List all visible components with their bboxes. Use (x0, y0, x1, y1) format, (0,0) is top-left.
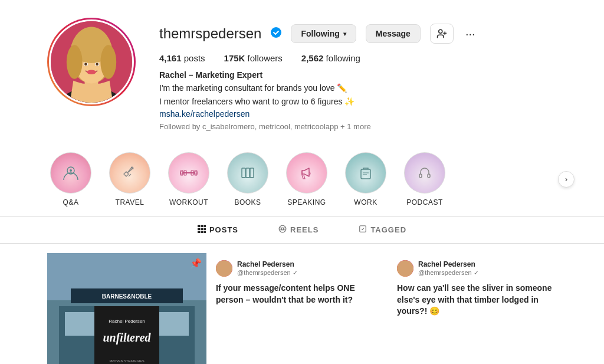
svg-rect-41 (198, 231, 200, 233)
following-button[interactable]: Following ▾ (291, 24, 356, 43)
svg-rect-42 (201, 231, 203, 233)
post-user-info-1: Rachel Pedersen @themrspedersen ✓ (237, 260, 298, 277)
post-avatar-2 (397, 260, 413, 277)
svg-rect-36 (201, 225, 203, 227)
highlight-label-workout: WORKOUT (169, 198, 208, 206)
svg-rect-38 (198, 228, 200, 230)
svg-point-17 (70, 169, 72, 172)
highlight-label-qa: Q&A (63, 198, 79, 206)
svg-point-11 (87, 70, 96, 74)
highlight-workout[interactable]: WORKOUT (165, 152, 212, 206)
svg-rect-20 (195, 172, 197, 174)
svg-point-10 (96, 63, 99, 65)
svg-point-44 (279, 225, 286, 232)
svg-point-13 (439, 29, 442, 33)
svg-rect-25 (242, 168, 245, 178)
highlight-speaking[interactable]: SPEAKING (283, 152, 330, 206)
bio-line-2: I mentor freelancers who want to grow to… (159, 96, 569, 108)
profile-section: themrspedersen Following ▾ Message (0, 0, 604, 143)
post-username-2: Rachel Pedersen (418, 260, 479, 268)
following-stat: 2,562 following (301, 53, 360, 63)
svg-rect-19 (180, 170, 183, 175)
avatar-wrapper (47, 18, 136, 106)
highlight-podcast[interactable]: PODCAST (401, 152, 448, 206)
message-button[interactable]: Message (366, 24, 421, 43)
followed-by: Followed by c_isabelromero, metricool, m… (159, 122, 569, 131)
svg-rect-21 (195, 170, 197, 175)
chevron-down-icon: ▾ (343, 31, 346, 37)
highlight-label-speaking: SPEAKING (287, 198, 326, 206)
tab-posts-label: POSTS (209, 225, 238, 234)
svg-text:unfiltered: unfiltered (103, 331, 151, 345)
followers-stat: 175K followers (224, 53, 283, 63)
svg-text:Rachel Pedersen: Rachel Pedersen (109, 319, 145, 324)
post-avatar-image-1 (216, 260, 232, 277)
post-avatar-1 (216, 260, 232, 277)
tagged-icon (359, 225, 367, 235)
highlight-circle-workout (168, 152, 209, 194)
highlight-circle-podcast (404, 152, 445, 194)
post-user-info-2: Rachel Pedersen @themrspedersen ✓ (418, 260, 479, 277)
bio-link[interactable]: msha.ke/rachelpedersen (159, 109, 569, 119)
post-large[interactable]: BARNES&NOBLE Rachel Pedersen unfiltered … (47, 253, 206, 364)
highlight-label-travel: TRAVEL (116, 198, 145, 206)
highlight-travel[interactable]: TRAVEL (106, 152, 153, 206)
svg-point-9 (84, 63, 87, 65)
post-card-header-2: Rachel Pedersen @themrspedersen ✓ (397, 260, 560, 277)
tab-posts[interactable]: POSTS (195, 216, 241, 243)
highlights-next-button[interactable]: › (558, 171, 575, 188)
reels-icon (278, 225, 287, 235)
highlights-scroll: Q&A TRAVEL (47, 152, 448, 206)
more-button[interactable]: ··· (463, 27, 478, 41)
svg-rect-40 (203, 228, 206, 230)
svg-text:BARNES&NOBLE: BARNES&NOBLE (102, 293, 152, 300)
highlights-section: Q&A TRAVEL (0, 143, 604, 217)
highlight-work[interactable]: WORK (342, 152, 389, 206)
tab-tagged-label: TAGGED (370, 225, 406, 234)
profile-top-row: themrspedersen Following ▾ Message (159, 24, 569, 44)
highlight-books[interactable]: BOOKS (224, 152, 271, 206)
tab-reels[interactable]: REELS (276, 216, 321, 243)
post-handle-1: @themrspedersen ✓ (237, 269, 298, 277)
svg-point-5 (67, 45, 83, 79)
username: themrspedersen (159, 25, 261, 42)
tabs-section: POSTS REELS TAGGED (0, 217, 604, 244)
highlight-circle-qa (50, 152, 91, 194)
profile-info: themrspedersen Following ▾ Message (159, 18, 569, 131)
bio-name: Rachel – Marketing Expert (159, 70, 569, 80)
highlight-circle-work (345, 152, 386, 194)
highlight-label-work: WORK (354, 198, 377, 206)
highlight-label-podcast: PODCAST (406, 198, 443, 206)
tab-tagged[interactable]: TAGGED (356, 216, 409, 243)
post-text-2: How can ya'll see the sliver in someone … (397, 283, 560, 317)
svg-rect-18 (180, 172, 183, 174)
bio-line-1: I'm the marketing consultant for brands … (159, 82, 569, 94)
svg-rect-34 (428, 174, 430, 178)
pin-icon: 📌 (190, 258, 202, 269)
post-card-2[interactable]: Rachel Pedersen @themrspedersen ✓ How ca… (389, 253, 569, 324)
svg-rect-37 (203, 225, 206, 227)
svg-rect-35 (198, 225, 200, 227)
svg-rect-26 (246, 168, 250, 178)
svg-point-12 (271, 27, 281, 38)
stats-row: 4,161 posts 175K followers 2,562 followi… (159, 53, 569, 63)
posts-stat: 4,161 posts (159, 53, 205, 63)
posts-section: BARNES&NOBLE Rachel Pedersen unfiltered … (0, 244, 604, 364)
svg-rect-33 (419, 174, 422, 178)
svg-text:PROVEN STRATEGIES: PROVEN STRATEGIES (109, 359, 145, 363)
post-card-1[interactable]: Rachel Pedersen @themrspedersen ✓ If you… (208, 253, 388, 324)
svg-point-6 (100, 45, 116, 79)
verified-icon (271, 27, 281, 41)
tab-reels-label: REELS (290, 225, 319, 234)
highlight-circle-speaking (286, 152, 327, 194)
following-label: Following (301, 29, 339, 38)
post-text-1: If your message/content helps ONE person… (216, 283, 379, 306)
post-avatar-image-2 (397, 260, 413, 277)
highlight-qa[interactable]: Q&A (47, 152, 94, 206)
svg-rect-43 (203, 231, 206, 233)
page-wrapper: themrspedersen Following ▾ Message (0, 0, 604, 364)
post-large-image: BARNES&NOBLE Rachel Pedersen unfiltered … (47, 253, 206, 364)
add-person-button[interactable] (430, 24, 454, 44)
highlight-circle-travel (109, 152, 150, 194)
highlight-label-books: BOOKS (234, 198, 261, 206)
